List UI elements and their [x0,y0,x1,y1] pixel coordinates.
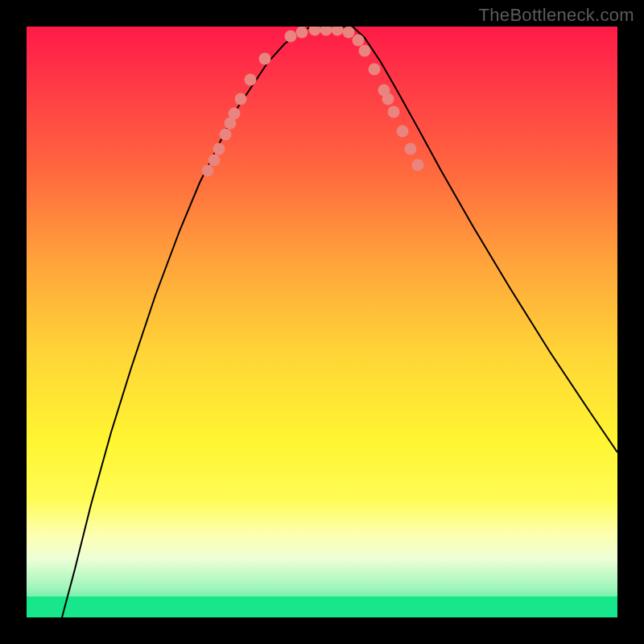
marker-dot [369,64,381,76]
marker-dot [405,143,417,155]
marker-dots [27,27,617,617]
marker-dot [285,31,297,43]
marker-dot [220,129,232,141]
marker-dot [202,165,214,177]
marker-dot [309,27,321,36]
marker-dot [259,53,271,65]
marker-dot [343,27,355,39]
marker-dot [382,93,394,105]
marker-dot [245,74,257,86]
chart-frame: TheBottleneck.com [0,0,644,644]
marker-dot [359,45,371,57]
marker-dot [412,159,424,171]
watermark-text: TheBottleneck.com [479,5,634,26]
marker-dot [208,155,221,167]
marker-dot [332,27,344,36]
marker-dot [388,106,400,118]
marker-dot [397,126,409,138]
marker-dot [320,27,332,36]
marker-dot [235,93,247,105]
marker-dot [213,143,225,155]
marker-dot [229,108,241,120]
marker-dot [353,35,365,47]
marker-dot [296,27,308,39]
